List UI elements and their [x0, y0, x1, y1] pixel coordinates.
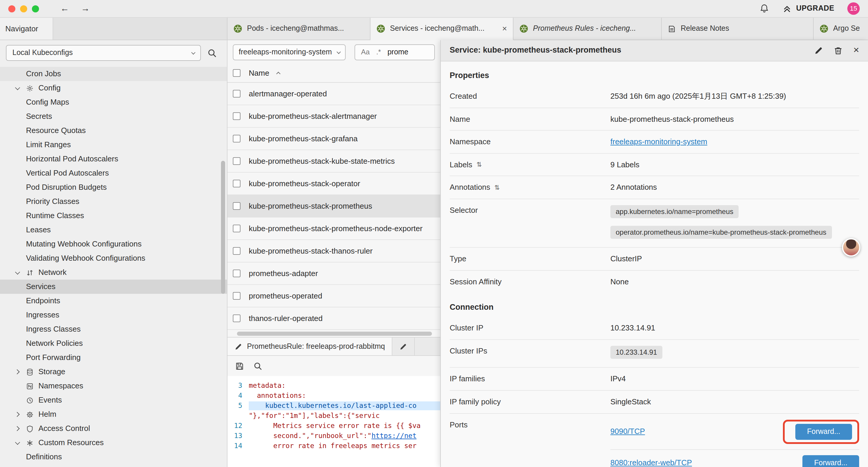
chevron-right-icon[interactable]	[13, 413, 21, 416]
tab-release-notes[interactable]: Release Notes	[662, 18, 814, 39]
sidebar-item-config[interactable]: Config	[0, 81, 227, 95]
table-row-prometheus-operated[interactable]: prometheus-operated	[227, 285, 440, 308]
sidebar-item-network-policies[interactable]: Network Policies	[0, 337, 227, 351]
sidebar-item-horizontal-pod-autoscalers[interactable]: Horizontal Pod Autoscalers	[0, 152, 227, 166]
regex-toggle[interactable]: .*	[376, 47, 381, 57]
name-column-header[interactable]: Name	[249, 68, 269, 78]
row-checkbox[interactable]	[233, 247, 241, 255]
table-row-kube-prometheus-stack-alertmanager[interactable]: kube-prometheus-stack-alertmanager	[227, 105, 440, 128]
row-checkbox[interactable]	[233, 269, 241, 277]
table-row-thanos-ruler-operated[interactable]: thanos-ruler-operated	[227, 308, 440, 330]
table-row-kube-prometheus-stack-prometheus[interactable]: kube-prometheus-stack-prometheus	[227, 195, 440, 217]
namespace-select[interactable]: freeleaps-monitoring-system	[233, 44, 346, 60]
sidebar-item-cron-jobs[interactable]: Cron Jobs	[0, 67, 227, 81]
sidebar-item-storage[interactable]: Storage	[0, 365, 227, 379]
bell-icon[interactable]	[760, 4, 770, 13]
sidebar-item-ingresses[interactable]: Ingresses	[0, 308, 227, 322]
upgrade-button[interactable]: UPGRADE	[783, 4, 834, 13]
minimize-window-button[interactable]	[20, 5, 27, 12]
chevron-right-icon[interactable]	[13, 370, 21, 374]
chevron-down-icon[interactable]	[13, 86, 21, 90]
sidebar-item-custom-resources[interactable]: Custom Resources	[0, 436, 227, 450]
forward-button[interactable]: Forward...	[802, 455, 859, 467]
table-row-alertmanager-operated[interactable]: alertmanager-operated	[227, 83, 440, 105]
editor-tab-partial[interactable]	[393, 338, 415, 355]
tab-services-icecheng-math[interactable]: Services - icecheng@math...×	[370, 18, 514, 40]
editor-tab-prometheusrule[interactable]: PrometheusRule: freeleaps-prod-rabbitmq	[227, 338, 393, 355]
edit-icon[interactable]	[814, 46, 823, 55]
sidebar-item-priority-classes[interactable]: Priority Classes	[0, 195, 227, 209]
row-checkbox[interactable]	[233, 135, 241, 143]
sidebar-item-config-maps[interactable]: Config Maps	[0, 95, 227, 109]
row-checkbox[interactable]	[233, 157, 241, 165]
chevron-right-icon[interactable]	[13, 427, 21, 430]
match-case-toggle[interactable]: Aa	[361, 47, 370, 57]
chevron-down-icon[interactable]	[13, 271, 21, 274]
row-checkbox[interactable]	[233, 180, 241, 187]
back-arrow-icon[interactable]: ←	[58, 3, 71, 15]
row-checkbox[interactable]	[233, 112, 241, 120]
expand-toggle-icon[interactable]: ⇅	[494, 183, 500, 192]
close-icon[interactable]: ×	[853, 44, 859, 57]
tab-prometheus-rules-icecheng[interactable]: Prometheus Rules - icecheng...	[514, 18, 662, 39]
sidebar-item-secrets[interactable]: Secrets	[0, 109, 227, 123]
sidebar-item-network[interactable]: Network	[0, 265, 227, 280]
forward-button[interactable]: Forward...	[795, 424, 852, 439]
sidebar-item-access-control[interactable]: Access Control	[0, 421, 227, 436]
sidebar-item-endpoints[interactable]: Endpoints	[0, 294, 227, 308]
yaml-editor[interactable]: 3metadata:4 annotations:5 kubectl.kubern…	[227, 376, 440, 467]
table-row-prometheus-adapter[interactable]: prometheus-adapter	[227, 262, 440, 285]
sidebar-item-leases[interactable]: Leases	[0, 223, 227, 237]
sidebar-item-mutating-webhook-configurations[interactable]: Mutating Webhook Configurations	[0, 237, 227, 251]
table-row-kube-prometheus-stack-prometheus-node-exporter[interactable]: kube-prometheus-stack-prometheus-node-ex…	[227, 217, 440, 240]
save-icon[interactable]	[235, 361, 244, 370]
sidebar-item-port-forwarding[interactable]: Port Forwarding	[0, 351, 227, 365]
delete-icon[interactable]	[834, 46, 843, 55]
search-input[interactable]: Aa .* prome	[354, 44, 435, 60]
tab-argo-se[interactable]: Argo Se	[814, 18, 868, 39]
row-checkbox[interactable]	[233, 315, 241, 322]
chevron-down-icon[interactable]	[13, 441, 21, 444]
close-window-button[interactable]	[8, 5, 16, 12]
close-tab-icon[interactable]: ×	[502, 23, 507, 34]
table-row-kube-prometheus-stack-operator[interactable]: kube-prometheus-stack-operator	[227, 173, 440, 195]
horizontal-scrollbar-thumb[interactable]	[237, 331, 432, 335]
value-chip: app.kubernetes.io/name=prometheus	[610, 205, 739, 218]
sidebar-item-runtime-classes[interactable]: Runtime Classes	[0, 209, 227, 223]
search-icon[interactable]	[253, 361, 262, 370]
table-row-kube-prometheus-stack-thanos-ruler[interactable]: kube-prometheus-stack-thanos-ruler	[227, 240, 440, 262]
table-row-kube-prometheus-stack-kube-state-metrics[interactable]: kube-prometheus-stack-kube-state-metrics	[227, 150, 440, 173]
search-icon[interactable]	[208, 48, 217, 58]
row-checkbox[interactable]	[233, 225, 241, 232]
table-row-kube-prometheus-stack-grafana[interactable]: kube-prometheus-stack-grafana	[227, 128, 440, 150]
sidebar-item-helm[interactable]: Helm	[0, 407, 227, 421]
sidebar-item-definitions[interactable]: Definitions	[0, 450, 227, 464]
avatar[interactable]	[842, 238, 860, 257]
port-link[interactable]: 8080:reloader-web/TCP	[610, 458, 692, 467]
sidebar-item-limit-ranges[interactable]: Limit Ranges	[0, 138, 227, 152]
horizontal-scrollbar[interactable]	[227, 330, 440, 337]
sidebar-item-ingress-classes[interactable]: Ingress Classes	[0, 322, 227, 337]
sidebar-item-resource-quotas[interactable]: Resource Quotas	[0, 123, 227, 138]
row-checkbox[interactable]	[233, 202, 241, 210]
select-all-checkbox[interactable]	[233, 69, 241, 77]
tab-label: Prometheus Rules - icecheng...	[533, 24, 655, 34]
row-checkbox[interactable]	[233, 292, 241, 300]
expand-toggle-icon[interactable]: ⇅	[476, 160, 482, 169]
tab-pods-icecheng-mathmas[interactable]: Pods - icecheng@mathmas...	[227, 18, 370, 39]
sidebar-scrollbar[interactable]	[221, 161, 225, 294]
sidebar-item-validating-webhook-configurations[interactable]: Validating Webhook Configurations	[0, 251, 227, 265]
sidebar-item-pod-disruption-budgets[interactable]: Pod Disruption Budgets	[0, 180, 227, 195]
maximize-window-button[interactable]	[32, 5, 39, 12]
namespace-link[interactable]: freeleaps-monitoring-system	[610, 138, 707, 146]
row-checkbox[interactable]	[233, 90, 241, 97]
sidebar-item-events[interactable]: Events	[0, 393, 227, 407]
sidebar-item-services[interactable]: Services	[0, 280, 227, 294]
port-link[interactable]: 9090/TCP	[610, 427, 645, 437]
sidebar-item-namespaces[interactable]: Namespaces	[0, 379, 227, 393]
navigator-tab[interactable]: Navigator	[0, 18, 53, 39]
notification-count-badge[interactable]: 15	[847, 2, 860, 15]
forward-arrow-icon[interactable]: →	[79, 3, 92, 15]
kubeconfig-select[interactable]: Local Kubeconfigs	[6, 45, 201, 61]
sidebar-item-vertical-pod-autoscalers[interactable]: Vertical Pod Autoscalers	[0, 166, 227, 180]
